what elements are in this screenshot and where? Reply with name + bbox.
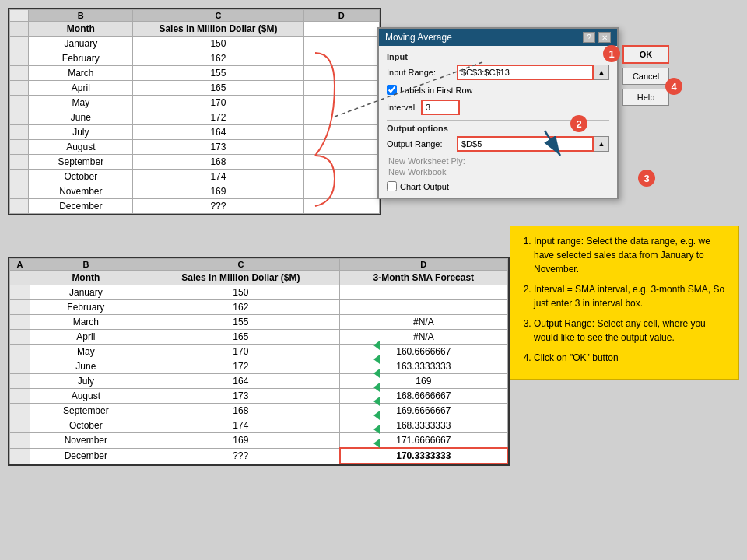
table-row: March <box>29 66 133 81</box>
ok-button[interactable]: OK <box>622 45 669 64</box>
table-row: September <box>29 155 133 170</box>
table-row: February <box>30 300 142 315</box>
table-row: December <box>29 199 133 214</box>
output-range-field[interactable] <box>457 136 594 152</box>
table-row: June <box>29 110 133 125</box>
moving-average-dialog: Moving Average ? ✕ Input Input Range: ▲ … <box>377 27 619 199</box>
table-row: May <box>30 345 142 359</box>
cancel-button[interactable]: Cancel <box>622 68 669 85</box>
dialog-close-icon[interactable]: ✕ <box>598 32 611 43</box>
table-row: 173 <box>142 389 339 404</box>
table-row: 169 <box>340 374 507 389</box>
labels-checkbox[interactable] <box>387 85 397 95</box>
info-box: Input range: Select the data range, e.g.… <box>510 226 739 380</box>
labels-checkbox-label: Labels in First Row <box>400 86 473 95</box>
bottom-month-header: Month <box>30 271 142 285</box>
top-sales-header: Sales in Million Dollar ($M) <box>133 22 303 37</box>
info-list: Input range: Select the data range, e.g.… <box>520 234 729 365</box>
bottom-sales-header: Sales in Million Dollar ($M) <box>142 271 339 285</box>
info-item-4: Click on "OK" button <box>534 351 729 365</box>
table-row: August <box>30 389 142 404</box>
dialog-title: Moving Average <box>385 32 452 43</box>
circle-4: 4 <box>665 78 682 95</box>
table-row: 170 <box>133 96 303 110</box>
table-row: 171.6666667 <box>340 433 507 449</box>
table-row: 155 <box>133 66 303 81</box>
december-forecast-cell: 170.3333333 <box>340 448 507 464</box>
table-row: 168 <box>142 404 339 418</box>
table-row: 155 <box>142 315 339 330</box>
table-row: 163.3333333 <box>340 359 507 374</box>
chart-output-checkbox[interactable] <box>387 181 397 191</box>
table-row: June <box>30 359 142 374</box>
table-row: ??? <box>133 199 303 214</box>
table-row: 164 <box>142 374 339 389</box>
new-workbook-option: New Workbook <box>387 167 609 177</box>
table-row: 169.6666667 <box>340 404 507 418</box>
dialog-titlebar: Moving Average ? ✕ <box>379 29 617 46</box>
table-row: #N/A <box>340 330 507 345</box>
table-row: March <box>30 315 142 330</box>
table-row: 172 <box>133 110 303 125</box>
table-row <box>340 285 507 300</box>
table-row: 174 <box>133 170 303 184</box>
output-range-selector-btn[interactable]: ▲ <box>594 136 609 152</box>
input-section-label: Input <box>387 52 609 61</box>
table-row: 160.6666667 <box>340 345 507 359</box>
labels-checkbox-row: Labels in First Row <box>387 85 609 95</box>
input-range-label: Input Range: <box>387 68 457 77</box>
table-row: 150 <box>133 37 303 51</box>
output-range-label: Output Range: <box>387 139 457 149</box>
table-row <box>340 300 507 315</box>
table-row: ??? <box>142 448 339 464</box>
table-row: 170 <box>142 345 339 359</box>
new-worksheet-option: New Worksheet Ply: <box>387 156 609 166</box>
table-row: January <box>29 37 133 51</box>
table-row: 162 <box>142 300 339 315</box>
table-row: July <box>29 125 133 140</box>
table-row: October <box>29 170 133 184</box>
table-row: April <box>30 330 142 345</box>
table-row: 169 <box>142 433 339 449</box>
bottom-spreadsheet: A B C D Month Sales in Million Dollar ($… <box>8 257 510 466</box>
table-row: 174 <box>142 418 339 433</box>
circle-1: 1 <box>603 45 620 62</box>
input-range-field[interactable] <box>457 65 594 80</box>
table-row: 164 <box>133 125 303 140</box>
table-row: April <box>29 81 133 96</box>
info-item-1: Input range: Select the data range, e.g.… <box>534 234 729 276</box>
table-row: December <box>30 448 142 464</box>
interval-label: Interval <box>387 103 415 112</box>
table-row: 172 <box>142 359 339 374</box>
table-row: 173 <box>133 140 303 155</box>
table-row: 168.3333333 <box>340 418 507 433</box>
chart-output-label: Chart Output <box>400 182 449 191</box>
table-row: May <box>29 96 133 110</box>
top-spreadsheet: B C D Month Sales in Million Dollar ($M)… <box>8 8 381 215</box>
table-row: September <box>30 404 142 418</box>
interval-input[interactable] <box>421 100 460 115</box>
table-row: 168.6666667 <box>340 389 507 404</box>
table-row: 169 <box>133 184 303 199</box>
info-item-3: Output Range: Select any cell, where you… <box>534 317 729 345</box>
table-row: 162 <box>133 51 303 66</box>
input-range-selector-btn[interactable]: ▲ <box>594 65 609 80</box>
table-row: #N/A <box>340 315 507 330</box>
table-row: 165 <box>133 81 303 96</box>
top-month-header: Month <box>29 22 133 37</box>
dialog-question-icon[interactable]: ? <box>583 32 595 43</box>
circle-2: 2 <box>570 115 587 132</box>
table-row: January <box>30 285 142 300</box>
table-row: November <box>30 433 142 449</box>
table-row: July <box>30 374 142 389</box>
table-row: November <box>29 184 133 199</box>
table-row: 165 <box>142 330 339 345</box>
table-row: 150 <box>142 285 339 300</box>
help-button[interactable]: Help <box>622 89 669 106</box>
table-row: October <box>30 418 142 433</box>
table-row: August <box>29 140 133 155</box>
bottom-forecast-header: 3-Month SMA Forecast <box>340 271 507 285</box>
circle-3: 3 <box>638 170 655 187</box>
info-item-2: Interval = SMA interval, e.g. 3-month SM… <box>534 282 729 310</box>
table-row: 168 <box>133 155 303 170</box>
